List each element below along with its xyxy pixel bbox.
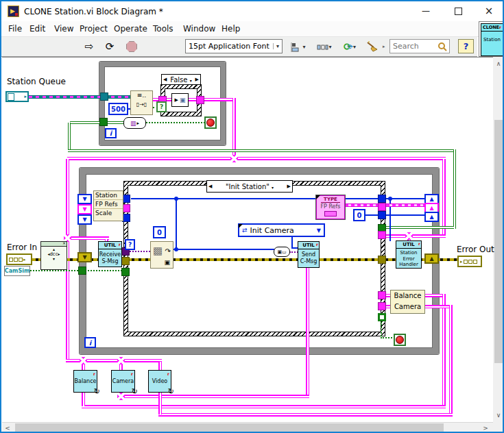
station-cluster-constant[interactable]: Station FP Refs Scale — [93, 190, 123, 221]
reorder-button[interactable]: ⟳ ⟳ ▾ — [339, 40, 361, 53]
top-case-selector-terminal[interactable]: ? — [156, 101, 167, 112]
run-button[interactable]: ⇨ — [82, 40, 96, 53]
arrow-icon: ▸ — [137, 121, 140, 126]
menu-tools[interactable]: Tools — [153, 24, 173, 34]
menu-edit[interactable]: Edit — [29, 24, 45, 34]
shift-register-left-magenta[interactable]: ▼ — [77, 204, 92, 214]
wire-label-balance-camera[interactable]: Balance Camera — [390, 290, 425, 314]
receive-s-msg-subvi[interactable]: UTILr Receive S-Msg — [98, 241, 122, 267]
false-case-subvi[interactable]: ▶ ▣ — [171, 93, 189, 107]
shift-register-right-error[interactable]: ▲ — [424, 253, 439, 264]
tunnel-magenta[interactable] — [378, 291, 386, 299]
vertical-scrollbar-thumb[interactable] — [494, 120, 503, 363]
tunnel-error[interactable] — [121, 257, 130, 265]
fit-window-subvi[interactable]: × ▴ ◂dcc▸ ▾ — [40, 241, 67, 270]
cleanup-diagram-button[interactable] — [365, 40, 380, 53]
menu-operate[interactable]: Operate — [114, 24, 147, 34]
tunnel-magenta[interactable] — [378, 302, 386, 310]
main-case-selector-terminal[interactable]: ? — [125, 239, 135, 250]
wire-numeric — [386, 214, 425, 216]
zero-constant[interactable]: 0 — [153, 226, 166, 238]
tunnel-green[interactable] — [78, 267, 86, 275]
wire-fp-refs-cluster — [345, 203, 378, 207]
tunnel-green[interactable] — [121, 268, 130, 276]
shift-register-right-blue[interactable]: ▲ — [424, 212, 439, 222]
shift-register-left-blue[interactable]: ▼ — [77, 194, 92, 204]
align-objects-button[interactable]: ▾ — [288, 41, 309, 53]
station-error-handler-subvi[interactable]: UTILr Station Error Handler — [396, 240, 422, 269]
tunnel-error[interactable] — [378, 256, 386, 264]
menu-file[interactable]: File — [8, 24, 22, 34]
align-objects-icon — [291, 42, 302, 52]
terminal-arrow-icon: ▸ — [23, 257, 26, 262]
scroll-left-icon[interactable]: < — [3, 423, 12, 432]
type-fp-refs-constant[interactable]: TYPE FP Refs — [316, 195, 345, 219]
scroll-up-icon[interactable]: ∧ — [493, 59, 504, 69]
send-c-msg-subvi[interactable]: UTILr Send C-Msg — [298, 241, 320, 268]
timeout-constant[interactable]: 500 — [108, 103, 128, 115]
camsim-constant[interactable]: CamSim — [4, 266, 30, 276]
case-next-icon[interactable]: ▶ — [195, 77, 199, 82]
menu-project[interactable]: Project — [80, 24, 108, 34]
close-button[interactable]: × — [474, 1, 504, 21]
balance-subvi[interactable]: Balance r ↻ — [73, 370, 97, 393]
init-camera-enum[interactable]: ⇄ Init Camera ▼ — [238, 223, 325, 237]
error-out-indicator[interactable]: ▸ — [457, 256, 482, 267]
enum-value: Init Camera — [250, 226, 314, 235]
wire-green — [68, 123, 71, 151]
async-call-icon: ↻ — [94, 387, 100, 396]
variant-to-data-node[interactable]: ▩ ↷ ▣ — [150, 241, 173, 269]
context-help-button[interactable]: ? — [458, 39, 474, 53]
station-queue-control[interactable]: ▸ — [5, 91, 29, 102]
tunnel-blue[interactable] — [378, 211, 386, 219]
search-input[interactable] — [390, 41, 437, 51]
menu-window[interactable]: Window — [183, 24, 215, 34]
case-next-icon[interactable]: ▶ — [287, 184, 291, 189]
tunnel-green[interactable] — [99, 118, 108, 126]
reentrant-mark: r — [316, 242, 318, 247]
error-in-control[interactable]: ▸ — [6, 253, 32, 265]
font-selector[interactable]: 15pt Application Font ▾ — [185, 39, 283, 53]
video-subvi[interactable]: Video r ↻ — [148, 370, 171, 393]
minimize-button[interactable]: — — [411, 1, 441, 21]
distribute-objects-button[interactable]: ▾ — [314, 41, 335, 53]
top-loop-iteration-terminal[interactable]: i — [105, 128, 117, 138]
dequeue-element-node[interactable]: ≡‥ ▯→▯ — [130, 90, 153, 115]
zero-constant[interactable]: 0 — [353, 209, 365, 221]
abort-button[interactable] — [126, 41, 137, 52]
menu-help[interactable]: Help — [221, 24, 240, 34]
shift-register-left-blue[interactable]: ▼ — [77, 214, 92, 225]
run-continuous-button[interactable]: ⟳ — [103, 40, 117, 53]
to-variant-node[interactable]: ▣▭ — [274, 247, 290, 257]
queue-status-node[interactable]: ▥ ▸ — [123, 117, 146, 129]
scroll-right-icon[interactable]: > — [481, 423, 490, 432]
top-case-selector[interactable]: ◀ False ▾ ▶ — [161, 74, 201, 85]
async-call-icon: ↻ — [132, 387, 138, 396]
tunnel-queue[interactable] — [100, 92, 108, 101]
maximize-button[interactable] — [443, 1, 473, 21]
top-loop-stop-terminal[interactable] — [204, 116, 217, 129]
maximize-icon — [455, 8, 462, 15]
tunnel-magenta[interactable] — [378, 203, 386, 211]
wire-send-queue — [306, 267, 309, 397]
camera-subvi[interactable]: Camera r ↻ — [111, 370, 135, 393]
scroll-down-icon[interactable]: ∨ — [493, 410, 504, 420]
tunnel-green-hollow[interactable] — [378, 313, 386, 321]
labview-window: ▶ CLONE Station.vi Block Diagram * — × F… — [0, 0, 504, 433]
image-icon: ▣ — [180, 97, 186, 103]
toolbar-expand-icon[interactable]: ▸ — [383, 44, 385, 49]
main-case-selector[interactable]: ◀ "Init Station" ▾ ▶ — [206, 180, 293, 193]
tunnel-magenta[interactable] — [196, 96, 204, 104]
shift-register-left-error[interactable]: ▼ — [77, 252, 92, 262]
main-loop-iteration-terminal[interactable]: i — [84, 337, 96, 348]
vi-icon[interactable]: CLONEr Station — [479, 21, 504, 57]
menu-view[interactable]: View — [54, 24, 73, 34]
resize-grip[interactable] — [493, 422, 504, 433]
close-icon: × — [485, 5, 494, 17]
search-icon[interactable] — [437, 41, 448, 52]
reentrant-mark: r — [119, 242, 121, 247]
tunnel-magenta[interactable] — [378, 231, 386, 239]
main-loop-stop-terminal[interactable] — [394, 334, 406, 346]
tunnel-blue[interactable] — [378, 195, 386, 203]
horizontal-scrollbar-thumb[interactable] — [15, 423, 444, 432]
